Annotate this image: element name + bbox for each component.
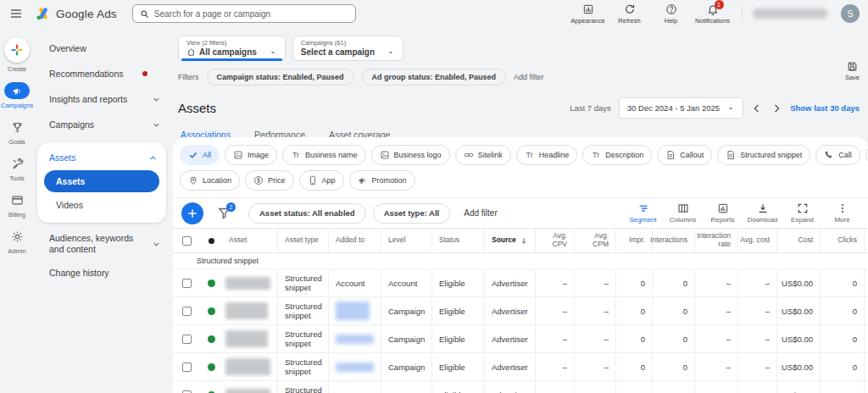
rail-item-tools[interactable]: Tools	[4, 155, 30, 182]
topbar-action-appearance[interactable]: Appearance	[567, 3, 609, 25]
asset-type-chip-app[interactable]: App	[299, 170, 344, 191]
row-select-cell	[173, 381, 200, 393]
columns-icon	[677, 202, 689, 214]
added-to-cell[interactable]	[328, 353, 381, 380]
added-to-cell: Account	[328, 381, 381, 393]
avatar[interactable]: S	[841, 4, 860, 23]
cost-cell: US$0.00	[776, 353, 820, 380]
avg-cpm-cell: –	[574, 353, 615, 380]
asset-type-chip-description[interactable]: TrDescription	[582, 145, 652, 165]
menu-icon[interactable]	[9, 7, 23, 20]
add-filter-link[interactable]: Add filter	[514, 73, 544, 81]
caret-down-icon	[269, 48, 277, 57]
table-action-reports[interactable]: Reports	[704, 202, 742, 224]
row-checkbox[interactable]	[182, 307, 192, 316]
select-all-checkbox[interactable]	[182, 236, 192, 246]
asset-cell	[222, 297, 277, 324]
asset-type-chip-business-logo[interactable]: Business logo	[371, 145, 450, 165]
nav-label: Assets	[56, 176, 85, 186]
nav-item-videos[interactable]: Videos	[37, 194, 166, 216]
table-action-segment[interactable]: Segment	[624, 202, 662, 224]
previous-period-button[interactable]	[751, 102, 763, 114]
table-add-filter-link[interactable]: Add filter	[464, 208, 497, 218]
redacted-campaign-link[interactable]	[336, 302, 370, 320]
asset-type-chip-price[interactable]: Price	[245, 170, 294, 191]
save-button[interactable]: Save	[845, 61, 860, 81]
view-selector[interactable]: View (2 filters) All campaigns	[178, 36, 286, 61]
rail-item-campaigns[interactable]: Campaigns	[1, 82, 33, 109]
column-label: Level	[388, 236, 405, 245]
chip-asset-status[interactable]: Asset status: All enabled	[248, 203, 366, 224]
level-cell: Campaign	[381, 297, 431, 324]
asset-type-chip-business-name[interactable]: TrBusiness name	[282, 145, 366, 165]
asset-type-chip-promotion[interactable]: Promotion	[349, 170, 415, 191]
topbar-action-notifications[interactable]: 1Notifications	[692, 3, 733, 25]
nav-item-campaigns[interactable]: Campaigns	[34, 112, 170, 137]
cost-cell: US$0.00	[776, 381, 820, 393]
text-format-icon: Tr	[591, 150, 601, 160]
added-to-cell: Account	[328, 269, 381, 296]
download-icon	[757, 202, 769, 214]
table-action-columns[interactable]: Columns	[664, 202, 702, 224]
column-header-select	[173, 229, 200, 252]
row-checkbox[interactable]	[182, 363, 192, 372]
nav-item-assets-parent[interactable]: Assets	[37, 146, 166, 169]
asset-type-chip-headline[interactable]: TrHeadline	[516, 145, 578, 165]
asset-type-chip-callout[interactable]: Callout	[657, 145, 712, 165]
column-label: Impr.	[629, 236, 645, 245]
show-last-30-days-link[interactable]: Show last 30 days	[790, 103, 860, 113]
redacted-campaign-link[interactable]	[336, 363, 374, 372]
doc-icon	[665, 150, 676, 160]
google-ads-logo[interactable]: Google Ads	[36, 6, 117, 21]
rail-item-billing[interactable]: Billing	[4, 191, 30, 219]
redacted-asset-name	[225, 302, 268, 319]
rail-item-goals[interactable]: Goals	[4, 119, 30, 146]
table-action-download[interactable]: Download	[743, 202, 782, 224]
row-checkbox[interactable]	[182, 335, 192, 344]
topbar-action-help[interactable]: Help	[650, 3, 692, 25]
filter-funnel-button[interactable]: 2	[217, 206, 231, 220]
asset-type-chip-image[interactable]: Image	[225, 145, 277, 165]
global-search[interactable]	[132, 4, 356, 23]
asset-type-chip-call[interactable]: Call	[815, 145, 860, 165]
date-range-picker[interactable]: 30 Dec 2024 - 5 Jan 2025	[619, 97, 743, 119]
asset-type-chip-structured-snippet[interactable]: Structured snippet	[717, 145, 810, 165]
next-period-button[interactable]	[771, 102, 782, 114]
nav-item-assets[interactable]: Assets	[44, 170, 159, 192]
row-checkbox[interactable]	[182, 390, 192, 393]
nav-item-audiences-keywords-content[interactable]: Audiences, keywords and content	[34, 228, 170, 260]
caret-down-icon	[387, 48, 395, 57]
campaign-selector[interactable]: Campaigns (61) Select a campaign	[292, 36, 403, 61]
clicks-cell: 0	[820, 269, 865, 296]
topbar-action-label: Help	[665, 17, 677, 25]
redacted-campaign-link[interactable]	[336, 335, 374, 344]
rail-item-admin[interactable]: Admin	[4, 228, 30, 255]
column-label[interactable]: Source	[492, 236, 516, 245]
filter-chip-campaign-status[interactable]: Campaign status: Enabled, Paused	[207, 69, 354, 86]
added-to-cell[interactable]	[328, 297, 381, 324]
nav-item-recommendations[interactable]: Recommendations	[34, 61, 170, 86]
asset-cell	[222, 325, 277, 352]
column-header-source: Source	[484, 229, 535, 252]
plus-icon	[10, 43, 24, 57]
row-checkbox[interactable]	[182, 279, 192, 288]
added-to-cell[interactable]	[328, 325, 381, 352]
create-button[interactable]: Create	[4, 37, 30, 73]
asset-type-chip-sitelink[interactable]: Sitelink	[455, 145, 511, 165]
asset-type-chip-location[interactable]: Location	[180, 170, 240, 191]
table-action-expand[interactable]: Expand	[783, 202, 821, 224]
column-header-asset-type: Asset type	[277, 229, 328, 252]
refresh-icon	[624, 3, 636, 15]
nav-item-change-history[interactable]: Change history	[34, 260, 170, 285]
filter-chip-ad-group-status[interactable]: Ad group status: Enabled, Paused	[362, 69, 507, 86]
add-asset-button[interactable]	[181, 202, 203, 224]
topbar-action-refresh[interactable]: Refresh	[609, 3, 650, 25]
avg-cost-cell: –	[737, 381, 776, 393]
nav-item-overview[interactable]: Overview	[34, 36, 170, 61]
nav-item-insights-and-reports[interactable]: Insights and reports	[34, 86, 170, 112]
chip-label: Business name	[305, 151, 358, 159]
chip-asset-type[interactable]: Asset type: All	[373, 203, 451, 224]
search-input[interactable]	[154, 9, 348, 19]
table-action-more[interactable]: More	[823, 202, 861, 224]
asset-type-chip-all[interactable]: All	[180, 145, 220, 165]
